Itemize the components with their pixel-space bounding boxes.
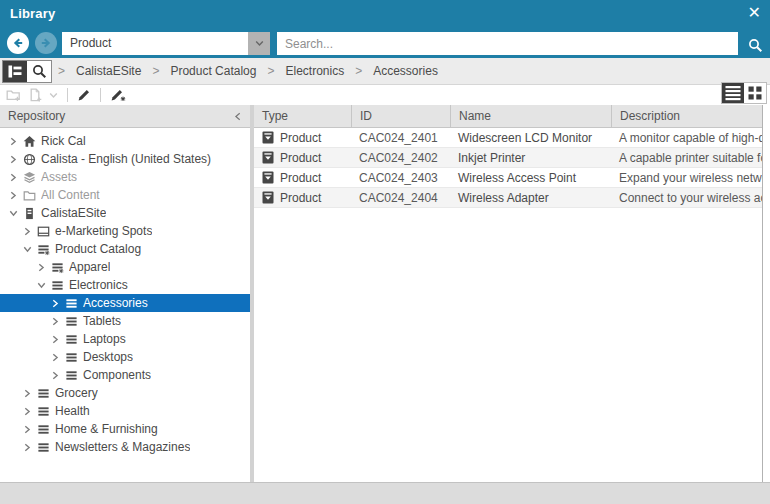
action-toolbar <box>6 87 126 103</box>
tree-item-electronics[interactable]: Electronics <box>0 276 250 294</box>
new-folder-button[interactable] <box>6 88 21 102</box>
tree-item-home-furnishing[interactable]: Home & Furnishing <box>0 420 250 438</box>
table-row[interactable]: ProductCAC024_2402Inkjet PrinterA capabl… <box>254 148 762 168</box>
new-folder-icon <box>6 88 21 102</box>
monitor-icon <box>36 225 50 238</box>
tree-item-label: Grocery <box>55 386 98 400</box>
edit-icon <box>77 88 91 102</box>
thumbnail-view-toggle[interactable] <box>744 83 766 103</box>
edit-new-button[interactable] <box>110 88 126 102</box>
list-icon <box>64 315 78 328</box>
breadcrumb-item[interactable]: Electronics <box>285 64 344 78</box>
chevron-left-icon <box>234 112 242 121</box>
column-header-type[interactable]: Type <box>254 105 351 127</box>
chevron-right-icon[interactable] <box>36 263 46 272</box>
column-header-description[interactable]: Description <box>611 105 762 127</box>
tree-item-grocery[interactable]: Grocery <box>0 384 250 402</box>
tree-item-product-catalog[interactable]: Product Catalog <box>0 240 250 258</box>
collapse-panel-button[interactable] <box>234 112 242 121</box>
new-content-menu-icon <box>49 92 58 99</box>
table-row[interactable]: ProductCAC024_2404Wireless AdapterConnec… <box>254 188 762 208</box>
tree-item-newsletters-magazines[interactable]: Newsletters & Magazines <box>0 438 250 456</box>
search-input[interactable] <box>277 32 738 55</box>
tree-item-label: Rick Cal <box>41 134 86 148</box>
thumbnail-view-icon <box>745 83 765 103</box>
forward-arrow-icon <box>39 36 53 50</box>
new-content-button[interactable] <box>28 88 42 102</box>
content-type-dropdown[interactable]: Product <box>62 32 270 55</box>
chevron-right-icon[interactable] <box>22 425 32 434</box>
chevron-right-icon[interactable] <box>8 191 18 200</box>
content-list-panel: TypeIDNameDescription ProductCAC024_2401… <box>254 105 763 482</box>
tree-item-accessories[interactable]: Accessories <box>0 294 250 312</box>
cell-type: Product <box>254 191 351 205</box>
tree-item-laptops[interactable]: Laptops <box>0 330 250 348</box>
home-icon <box>22 135 36 148</box>
back-button[interactable] <box>7 32 29 54</box>
type-label: Product <box>280 171 321 185</box>
chevron-right-icon[interactable] <box>50 353 60 362</box>
repository-tree: Rick CalCalista - English (United States… <box>0 128 250 456</box>
chevron-down-icon[interactable] <box>8 209 18 217</box>
tree-item-label: Desktops <box>83 350 133 364</box>
close-button[interactable]: ✕ <box>748 4 761 22</box>
tree-item-e-marketing-spots[interactable]: e-Marketing Spots <box>0 222 250 240</box>
breadcrumb-item[interactable]: Product Catalog <box>170 64 256 78</box>
chevron-right-icon[interactable] <box>50 335 60 344</box>
search-view-toggle[interactable] <box>27 61 51 82</box>
cell-description: Expand your wireless network ... <box>611 171 762 185</box>
chevron-right-icon[interactable] <box>8 155 18 164</box>
table-row[interactable]: ProductCAC024_2401Widescreen LCD Monitor… <box>254 128 762 148</box>
forward-button[interactable] <box>35 32 57 54</box>
tree-item-health[interactable]: Health <box>0 402 250 420</box>
chevron-right-icon[interactable] <box>50 317 60 326</box>
tree-view-icon <box>7 64 23 79</box>
product-type-icon <box>262 151 274 164</box>
tree-item-desktops[interactable]: Desktops <box>0 348 250 366</box>
chevron-right-icon[interactable] <box>8 137 18 146</box>
chevron-right-icon[interactable] <box>22 407 32 416</box>
dropdown-caret-icon[interactable] <box>248 32 270 55</box>
main-area: Repository Rick CalCalista - English (Un… <box>0 105 770 482</box>
toolbar-separator <box>67 88 68 102</box>
chevron-right-icon[interactable] <box>22 443 32 452</box>
new-content-menu-button[interactable] <box>49 92 58 99</box>
tree-item-all-content[interactable]: All Content <box>0 186 250 204</box>
tree-item-label: Newsletters & Magazines <box>55 440 190 454</box>
table-row[interactable]: ProductCAC024_2403Wireless Access PointE… <box>254 168 762 188</box>
tree-item-rick-cal[interactable]: Rick Cal <box>0 132 250 150</box>
tree-item-calistaesite[interactable]: CalistaESite <box>0 204 250 222</box>
search-button[interactable] <box>748 38 763 53</box>
chevron-right-icon[interactable] <box>50 371 60 380</box>
list-icon <box>64 369 78 382</box>
chevron-right-icon[interactable] <box>50 299 60 308</box>
tree-item-label: Accessories <box>83 296 148 310</box>
chevron-right-icon[interactable] <box>22 227 32 236</box>
chevron-down-icon[interactable] <box>22 245 32 253</box>
tree-item-apparel[interactable]: Apparel <box>0 258 250 276</box>
chevron-right-icon[interactable] <box>22 389 32 398</box>
breadcrumb-item[interactable]: Accessories <box>373 64 438 78</box>
cell-type: Product <box>254 131 351 145</box>
edit-button[interactable] <box>77 88 91 102</box>
product-type-icon <box>262 131 274 144</box>
footer-bar <box>0 482 770 504</box>
breadcrumb-row: >CalistaESite>Product Catalog>Electronic… <box>0 58 770 85</box>
list-icon <box>50 279 64 292</box>
tree-item-tablets[interactable]: Tablets <box>0 312 250 330</box>
tree-view-toggle[interactable] <box>3 61 27 82</box>
tree-item-components[interactable]: Components <box>0 366 250 384</box>
tree-item-label: All Content <box>41 188 100 202</box>
repository-panel: Repository Rick CalCalista - English (Un… <box>0 105 250 482</box>
chevron-right-icon[interactable] <box>8 173 18 182</box>
type-label: Product <box>280 131 321 145</box>
column-header-id[interactable]: ID <box>351 105 450 127</box>
toolbar-separator <box>100 88 101 102</box>
list-view-toggle[interactable] <box>722 83 744 103</box>
column-header-name[interactable]: Name <box>450 105 611 127</box>
breadcrumb-item[interactable]: CalistaESite <box>76 64 141 78</box>
tree-item-assets[interactable]: Assets <box>0 168 250 186</box>
tree-item-label: Electronics <box>69 278 128 292</box>
chevron-down-icon[interactable] <box>36 281 46 289</box>
tree-item-calista-english-united-states[interactable]: Calista - English (United States) <box>0 150 250 168</box>
